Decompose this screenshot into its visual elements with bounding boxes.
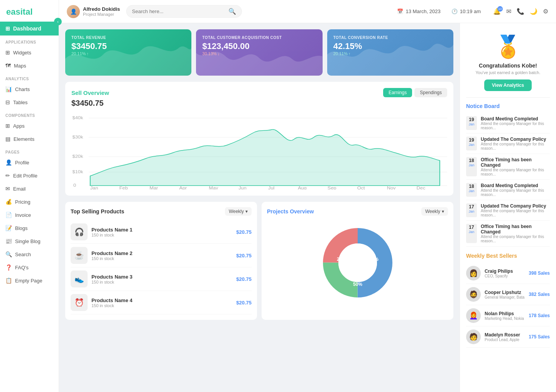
seller-sales-3: 175 Sales: [529, 334, 550, 340]
sidebar-item-blogs[interactable]: 📝Blogs: [0, 221, 59, 235]
sidebar-item-elements[interactable]: ▤Elements: [0, 132, 59, 145]
product-stock-1: 150 in stock: [91, 256, 232, 261]
date-display: 📅 13 March, 2023: [397, 8, 440, 14]
badge-section: 🏅 Congratulations Kobe! You've just earn…: [466, 29, 550, 98]
empty-page-icon: 📋: [5, 277, 12, 284]
notice-heading-4: Updated The Company Policy: [481, 203, 550, 209]
svg-text:0: 0: [73, 183, 76, 187]
sidebar-item-invoice[interactable]: 📄Invoice: [0, 208, 59, 221]
seller-role-0: CEO, Spacify: [485, 274, 525, 278]
dashboard-icon: ⊞: [5, 25, 10, 32]
svg-text:25%: 25%: [336, 257, 346, 262]
seller-item: 🧔 Cooper Lipshutz General Manager, Bata …: [466, 284, 550, 305]
notification-button[interactable]: 🔔 10: [493, 8, 501, 15]
sidebar: easital ⊞ Dashboard APPLICATIONS⊞Widgets…: [0, 0, 59, 392]
sidebar-item-apps[interactable]: ⊞Apps: [0, 119, 59, 132]
notice-day-2: 18: [468, 158, 475, 163]
apps-icon: ⊞: [5, 123, 10, 129]
single-blog-icon: 📰: [5, 238, 12, 244]
bottom-panels: Top Selling Products Weekly ▾ 🎧 Products…: [65, 202, 453, 320]
tables-icon: ⊟: [5, 99, 10, 105]
projects-period[interactable]: Weekly ▾: [421, 207, 448, 216]
sidebar-item-search[interactable]: 🔍Search: [0, 248, 59, 261]
sidebar-label-apps: Apps: [13, 123, 25, 129]
theme-button[interactable]: 🌙: [530, 8, 537, 15]
stat-cards: TOTAL REVENUE $3450.75 20.11% ↑ TOTAL CU…: [65, 29, 453, 76]
search-icon: 🔍: [5, 251, 12, 257]
badge-sub: You've just earned a golden batch.: [466, 70, 550, 75]
notice-month-4: Jan: [468, 210, 475, 213]
user-role: Project Manager: [83, 12, 120, 17]
clock-icon: 🕐: [451, 8, 458, 14]
notice-board: Notice Board 19 Jan Board Meeting Comple…: [466, 103, 550, 247]
view-analytics-button[interactable]: View Analytics: [484, 79, 532, 91]
sidebar-item-email[interactable]: ✉Email: [0, 182, 59, 195]
svg-text:50%: 50%: [353, 282, 362, 287]
weekly-sellers-title: Weekly Best Sellers: [466, 253, 550, 259]
invoice-icon: 📄: [5, 212, 12, 218]
sidebar-item-widgets[interactable]: ⊞Widgets: [0, 46, 59, 59]
right-panel: 🏅 Congratulations Kobe! You've just earn…: [460, 23, 556, 392]
notice-day-5: 17: [468, 225, 475, 230]
sidebar-item-tables[interactable]: ⊟Tables: [0, 96, 59, 109]
notice-items-list: 19 Jan Board Meeting Completed Attend th…: [466, 113, 550, 247]
product-price-3: $20.75: [236, 300, 252, 306]
sidebar-item-edit-profile[interactable]: ✏Edit Profile: [0, 169, 59, 182]
seller-name-2: Nolan Philips: [485, 311, 525, 316]
sidebar-label-faqs: FAQ's: [15, 265, 29, 270]
spendings-toggle[interactable]: Spendings: [414, 88, 447, 97]
sidebar-section-applications: APPLICATIONS: [0, 35, 59, 46]
svg-text:Dec: Dec: [417, 186, 426, 189]
notice-sub-4: Attend the company Manager for this reas…: [481, 209, 550, 217]
sidebar-item-maps[interactable]: 🗺Maps: [0, 59, 59, 72]
sidebar-item-charts[interactable]: 📊Charts: [0, 83, 59, 96]
sidebar-label-edit-profile: Edit Profile: [13, 173, 37, 179]
product-name-2: Products Name 3: [91, 274, 232, 280]
charts-icon: 📊: [5, 86, 12, 92]
seller-avatar-3: 🧑: [466, 329, 481, 344]
seller-avatar-2: 👩‍🦰: [466, 308, 481, 323]
notice-month-1: Jan: [468, 143, 475, 147]
sidebar-item-pricing[interactable]: 💰Pricing: [0, 195, 59, 208]
sidebar-item-faqs[interactable]: ❓FAQ's: [0, 261, 59, 274]
svg-text:Jan: Jan: [90, 186, 98, 189]
main-content: TOTAL REVENUE $3450.75 20.11% ↑ TOTAL CU…: [59, 23, 460, 392]
sidebar-collapse-button[interactable]: ‹: [54, 18, 62, 25]
dashboard-label: Dashboard: [13, 25, 41, 32]
product-list-item: ⏰ Products Name 4 150 in stock $20.75: [71, 291, 252, 314]
svg-text:Mar: Mar: [149, 186, 158, 189]
search-input[interactable]: [132, 8, 225, 14]
product-stock-2: 150 in stock: [91, 280, 232, 284]
sellers-list: 👩 Craig Philips CEO, Spacify 398 Sales 🧔…: [466, 263, 550, 348]
user-profile[interactable]: 👤 Alfredo Dokidis Project Manager: [67, 5, 120, 18]
sidebar-item-single-blog[interactable]: 📰Single Blog: [0, 235, 59, 248]
sidebar-item-profile[interactable]: 👤Profile: [0, 156, 59, 169]
notice-month-3: Jan: [468, 189, 475, 193]
notice-month-5: Jan: [468, 230, 475, 234]
settings-button[interactable]: ⚙: [543, 8, 548, 15]
chevron-down-icon: ▾: [245, 209, 248, 214]
sell-chart: $40k $30k $20k $10k 0 J: [71, 112, 447, 189]
logo-text: easital: [6, 7, 33, 17]
call-button[interactable]: 📞: [517, 8, 524, 15]
svg-text:Nov: Nov: [387, 186, 396, 189]
donut-chart: 25% 25% 50%: [267, 220, 448, 305]
sidebar-label-pricing: Pricing: [15, 199, 30, 205]
sidebar-label-invoice: Invoice: [15, 212, 31, 218]
top-selling-period[interactable]: Weekly ▾: [225, 207, 252, 216]
search-bar[interactable]: 🔍: [126, 5, 242, 18]
product-image-1: ☕: [71, 247, 88, 264]
sidebar-item-empty-page[interactable]: 📋Empty Page: [0, 274, 59, 287]
sidebar-item-dashboard[interactable]: ⊞ Dashboard: [0, 22, 59, 35]
pricing-icon: 💰: [5, 199, 12, 205]
svg-text:25%: 25%: [369, 257, 378, 262]
notice-heading-3: Board Meeting Completed: [481, 183, 550, 188]
sidebar-label-profile: Profile: [15, 160, 29, 166]
product-stock-3: 150 in stock: [91, 303, 232, 308]
profile-icon: 👤: [5, 159, 12, 166]
sell-toggle: Earnings Spendings: [383, 88, 447, 97]
messages-button[interactable]: ✉: [506, 8, 511, 15]
notice-item: 19 Jan Updated The Company Policy Attend…: [466, 133, 550, 154]
earnings-toggle[interactable]: Earnings: [383, 88, 412, 97]
top-selling-title: Top Selling Products: [71, 208, 124, 215]
